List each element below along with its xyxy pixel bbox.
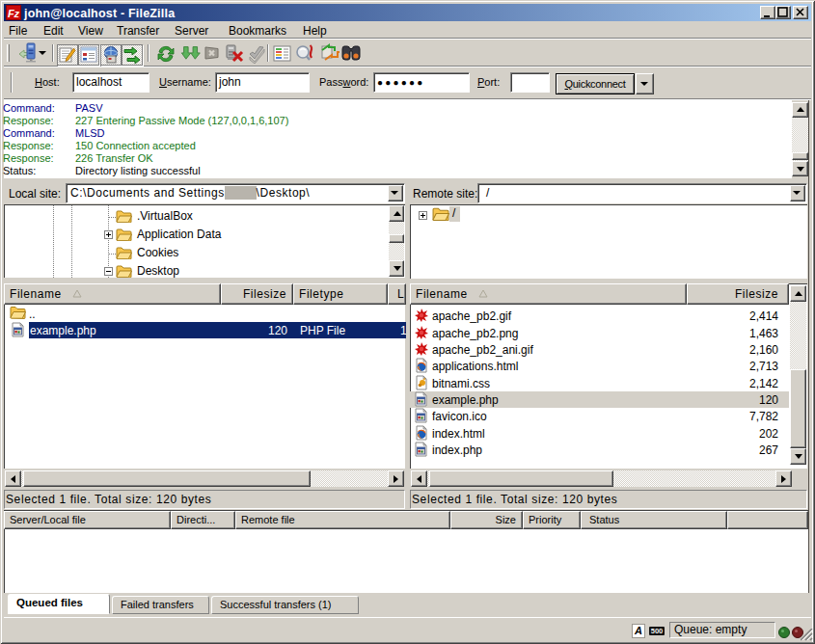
svg-text:Fz: Fz	[8, 8, 20, 19]
